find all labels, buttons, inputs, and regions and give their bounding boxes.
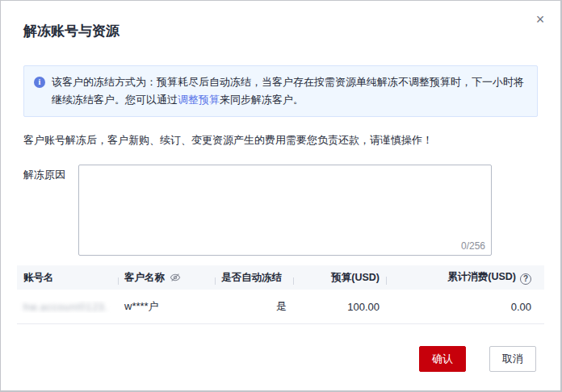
accounts-table: 账号名 客户名称 是否自动冻结 预算(USD) 累计消费(USD)? hw — [17, 265, 544, 324]
header-consumption: 累计消费(USD)? — [386, 270, 544, 285]
eye-hidden-icon[interactable] — [170, 272, 181, 283]
cell-customer-name: w****户 — [118, 299, 215, 314]
cancel-button[interactable]: 取消 — [489, 346, 536, 372]
cell-account-name: hw.account0123. — [17, 301, 118, 313]
warning-text: 客户账号解冻后，客户新购、续订、变更资源产生的费用需要您负责还款，请谨慎操作！ — [23, 133, 538, 148]
confirm-button[interactable]: 确认 — [419, 346, 466, 372]
dialog-footer: 确认 取消 — [419, 346, 536, 372]
header-customer-name: 客户名称 — [118, 271, 215, 285]
dialog-title: 解冻账号与资源 — [23, 22, 538, 40]
info-text-after: 来同步解冻客户。 — [220, 94, 304, 106]
cell-consumption: 0.00 — [386, 301, 544, 313]
header-account-name: 账号名 — [17, 271, 118, 285]
adjust-budget-link[interactable]: 调整预算 — [178, 94, 220, 106]
unfreeze-dialog: × 解冻账号与资源 i 该客户的冻结方式为：预算耗尽后自动冻结，当客户存在按需资… — [0, 0, 562, 392]
info-banner: i 该客户的冻结方式为：预算耗尽后自动冻结，当客户存在按需资源单纯解冻不调整预算… — [23, 65, 538, 117]
header-consumption-label: 累计消费(USD) — [447, 271, 516, 282]
reason-textarea[interactable] — [78, 165, 492, 256]
table-header-row: 账号名 客户名称 是否自动冻结 预算(USD) 累计消费(USD)? — [17, 265, 544, 290]
cell-auto-freeze: 是 — [215, 299, 293, 314]
header-budget: 预算(USD) — [293, 271, 386, 285]
header-customer-name-label: 客户名称 — [124, 271, 165, 285]
table-row: hw.account0123. w****户 是 100.00 0.00 — [17, 290, 544, 324]
close-icon[interactable]: × — [531, 10, 549, 28]
info-banner-text: 该客户的冻结方式为：预算耗尽后自动冻结，当客户存在按需资源单纯解冻不调整预算时，… — [52, 73, 526, 109]
reason-form-row: 解冻原因 0/256 — [23, 165, 538, 256]
info-icon: i — [34, 77, 45, 88]
reason-textarea-wrap: 0/256 — [78, 165, 492, 256]
account-name-masked: hw.account0123. — [23, 302, 108, 313]
help-icon[interactable]: ? — [520, 273, 531, 285]
reason-label: 解冻原因 — [23, 165, 78, 182]
cell-budget: 100.00 — [293, 301, 386, 313]
header-auto-freeze: 是否自动冻结 — [215, 271, 293, 285]
